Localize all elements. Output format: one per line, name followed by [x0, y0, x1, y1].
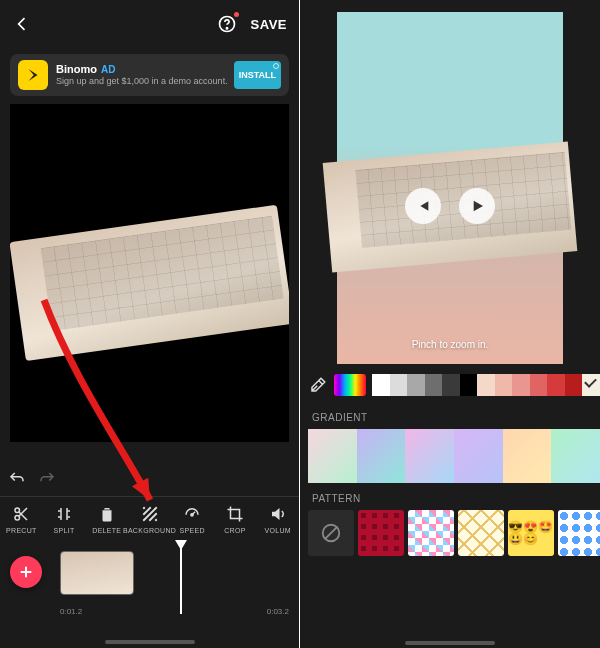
- color-swatch[interactable]: [442, 374, 460, 396]
- color-swatches: [372, 374, 600, 396]
- home-indicator: [105, 640, 195, 644]
- color-swatch[interactable]: [425, 374, 443, 396]
- ad-banner[interactable]: BinomoAD Sign up and get $1,000 in a dem…: [10, 54, 289, 96]
- color-swatch[interactable]: [512, 374, 530, 396]
- pattern-row: 😎😍🤩😃😊: [300, 510, 600, 558]
- precut-tool[interactable]: PRECUT: [0, 497, 43, 540]
- color-swatch[interactable]: [477, 374, 495, 396]
- ad-install-button[interactable]: INSTALL: [234, 61, 281, 89]
- background-tool[interactable]: BACKGROUND: [128, 497, 171, 540]
- color-swatch[interactable]: [530, 374, 548, 396]
- edit-toolbar: PRECUT SPLIT DELETE BACKGROUND SPEED CRO…: [0, 496, 299, 540]
- eyedropper-icon[interactable]: [308, 375, 328, 395]
- undo-icon[interactable]: [6, 468, 28, 490]
- color-swatch[interactable]: [565, 374, 583, 396]
- color-swatch[interactable]: [372, 374, 390, 396]
- save-button[interactable]: SAVE: [251, 17, 287, 32]
- timeline[interactable]: 0:01.2 0:03.2: [0, 550, 299, 616]
- speed-tool[interactable]: SPEED: [171, 497, 214, 540]
- gradient-swatch[interactable]: [454, 429, 503, 483]
- time-total: 0:03.2: [267, 607, 289, 616]
- gradient-swatch[interactable]: [503, 429, 552, 483]
- color-swatch[interactable]: [460, 374, 478, 396]
- pattern-dots-blue[interactable]: [558, 510, 600, 556]
- gradient-swatch[interactable]: [357, 429, 406, 483]
- time-current: 0:01.2: [60, 607, 82, 616]
- volume-tool[interactable]: VOLUM: [256, 497, 299, 540]
- crop-tool[interactable]: CROP: [214, 497, 257, 540]
- color-swatch[interactable]: [407, 374, 425, 396]
- notification-dot: [234, 12, 239, 17]
- playhead[interactable]: [180, 546, 182, 614]
- pattern-label: PATTERN: [300, 483, 600, 510]
- svg-point-4: [191, 514, 193, 516]
- video-canvas[interactable]: [10, 104, 289, 442]
- background-preview[interactable]: Pinch to zoom in.: [337, 12, 563, 364]
- add-clip-button[interactable]: [10, 556, 42, 588]
- gradient-swatch[interactable]: [551, 429, 600, 483]
- ad-text: BinomoAD Sign up and get $1,000 in a dem…: [56, 63, 234, 88]
- color-swatch[interactable]: [390, 374, 408, 396]
- color-swatch[interactable]: [547, 374, 565, 396]
- home-indicator: [405, 641, 495, 645]
- gradient-swatch[interactable]: [308, 429, 357, 483]
- pattern-diamonds[interactable]: [458, 510, 504, 556]
- help-icon[interactable]: [217, 14, 237, 34]
- pattern-none[interactable]: [308, 510, 354, 556]
- play-button[interactable]: [459, 188, 495, 224]
- pattern-dots-red[interactable]: [358, 510, 404, 556]
- color-swatch[interactable]: [495, 374, 513, 396]
- gradient-swatch[interactable]: [405, 429, 454, 483]
- video-frame: [10, 205, 289, 361]
- delete-tool[interactable]: DELETE: [85, 497, 128, 540]
- prev-button[interactable]: [405, 188, 441, 224]
- svg-point-1: [226, 28, 227, 29]
- pattern-squares[interactable]: [408, 510, 454, 556]
- gradient-row: [300, 429, 600, 483]
- pattern-emoji[interactable]: 😎😍🤩😃😊: [508, 510, 554, 556]
- gradient-label: GRADIENT: [300, 402, 600, 429]
- color-spectrum[interactable]: [334, 374, 366, 396]
- split-tool[interactable]: SPLIT: [43, 497, 86, 540]
- timeline-clip[interactable]: [60, 551, 134, 595]
- back-icon[interactable]: [12, 14, 32, 34]
- zoom-hint: Pinch to zoom in.: [337, 339, 563, 350]
- ad-app-icon: [18, 60, 48, 90]
- redo-icon[interactable]: [36, 468, 58, 490]
- color-swatch[interactable]: [582, 374, 600, 396]
